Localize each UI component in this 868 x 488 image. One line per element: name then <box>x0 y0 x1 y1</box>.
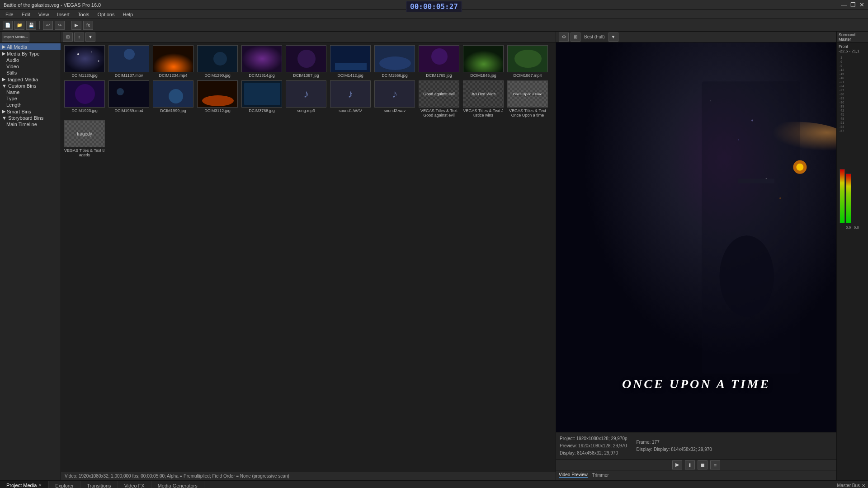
timeline-area: Project Media ✕ Explorer Transitions Vid… <box>0 480 868 488</box>
svg-point-22 <box>75 84 95 104</box>
tree-item-audio[interactable]: Audio <box>0 57 61 63</box>
media-item[interactable]: DCIM1923.jpg <box>63 80 106 118</box>
media-item[interactable]: DCIM1867.mp4 <box>506 44 549 79</box>
trimmer-tab[interactable]: Trimmer <box>592 473 609 478</box>
menu-tools[interactable]: Tools <box>74 11 93 18</box>
media-item[interactable]: DCIM1412.jpg <box>329 44 372 79</box>
svg-rect-18 <box>463 45 503 72</box>
media-item[interactable]: Good against evil VEGAS Titles & Text Go… <box>417 80 461 118</box>
toolbar-sep-1 <box>39 21 40 29</box>
tree-item-storyboard-bins[interactable]: ▼ Storyboard Bins <box>0 115 61 121</box>
green2-thumb-svg <box>508 45 547 72</box>
minimize-button[interactable]: — <box>841 1 847 8</box>
tree-item-tagged-media[interactable]: ▶ Tagged Media <box>0 76 61 83</box>
new-project-button[interactable]: 📄 <box>3 21 13 30</box>
sort-button[interactable]: ↕ <box>74 33 84 42</box>
media-item[interactable]: DCIM3112.jpg <box>196 80 239 118</box>
svg-rect-38 <box>702 81 800 374</box>
media-item[interactable]: DCIM1566.jpg <box>373 44 416 79</box>
media-item[interactable]: tragedy VEGAS Titles & Text tragedy <box>63 119 106 158</box>
tree-item-smart-bins[interactable]: ▶ Smart Bins <box>0 108 61 115</box>
tree-item-video[interactable]: Video <box>0 63 61 70</box>
video-preview-tab[interactable]: Video Preview <box>559 472 588 478</box>
tab-transitions[interactable]: Transitions <box>80 481 118 488</box>
media-tree: ▶ All Media ▶ Media By Type Audio Video … <box>0 42 61 480</box>
media-item[interactable]: DCIM1845.jpg <box>462 44 505 79</box>
save-button[interactable]: 💾 <box>26 21 36 30</box>
tab-project-media[interactable]: Project Media ✕ <box>0 481 49 488</box>
menu-file[interactable]: File <box>2 11 17 18</box>
media-item[interactable]: DCIM1120.jpg <box>63 44 106 79</box>
media-item[interactable]: ♪ sound2.wav <box>373 80 416 118</box>
undo-button[interactable]: ↩ <box>43 21 53 30</box>
media-item[interactable]: JusTIce WIns VEGAS Titles & Text Justice… <box>462 80 505 118</box>
preview-toolbar: ⚙ ⊞ Best (Full) ▼ <box>556 32 836 42</box>
tree-item-custom-bins[interactable]: ▼ Custom Bins <box>0 83 61 89</box>
tree-item-stills[interactable]: Stills <box>0 70 61 76</box>
menu-edit[interactable]: Edit <box>18 11 34 18</box>
menu-options[interactable]: Options <box>94 11 118 18</box>
media-item[interactable]: ♪ song.mp3 <box>284 80 328 118</box>
preview-settings-button[interactable]: ⚙ <box>559 33 569 42</box>
media-item[interactable]: DCIM1387.jpg <box>284 44 328 79</box>
close-button[interactable]: ✕ <box>859 1 864 8</box>
svg-rect-0 <box>65 45 104 72</box>
render-button[interactable]: ▶ <box>71 21 81 30</box>
tree-item-all-media[interactable]: ▶ All Media <box>0 43 61 50</box>
view-toggle-button[interactable]: ⊞ <box>63 33 73 42</box>
menu-help[interactable]: Help <box>119 11 137 18</box>
window-title: Battle of the galaxies.veg - VEGAS Pro 1… <box>4 2 101 8</box>
media-item[interactable]: DCIM1314.jpg <box>240 44 283 79</box>
media-item[interactable]: DCIM3768.jpg <box>240 80 283 118</box>
filter-button[interactable]: ▼ <box>85 33 95 42</box>
fx-button[interactable]: fx <box>83 21 93 30</box>
media-thumbnail <box>108 45 149 72</box>
redo-button[interactable]: ↪ <box>55 21 65 30</box>
tab-explorer[interactable]: Explorer <box>49 481 80 488</box>
preview-menu-button[interactable]: ≡ <box>710 460 720 469</box>
import-media-button[interactable]: Import Media... <box>2 33 29 42</box>
svg-point-11 <box>297 50 316 68</box>
tree-item-media-by-type[interactable]: ▶ Media By Type <box>0 50 61 57</box>
media-item[interactable]: ♪ sound1.WAV <box>329 80 372 118</box>
preview-project-info: Project: 1920x1080x128; 29,970p Preview:… <box>560 434 627 457</box>
tree-item-name[interactable]: Name <box>0 89 61 95</box>
menu-insert[interactable]: Insert <box>53 11 73 18</box>
maximize-button[interactable]: ❐ <box>850 1 856 8</box>
svg-point-20 <box>514 50 542 68</box>
media-item[interactable]: DCIM1290.jpg <box>196 44 239 79</box>
tree-item-length[interactable]: Length <box>0 102 61 108</box>
media-item[interactable]: DCIM1939.mp4 <box>107 80 151 118</box>
folder-icon: ▶ <box>2 51 5 56</box>
media-item-label: DCIM1137.mov <box>115 73 143 78</box>
tab-close-icon[interactable]: ✕ <box>38 483 42 488</box>
media-item-label: DCIM1290.jpg <box>204 73 231 78</box>
media-item-label: VEGAS Titles & Text tragedy <box>64 148 105 157</box>
preview-stop-button[interactable]: ⏹ <box>698 460 708 469</box>
tree-item-main-timeline[interactable]: Main Timeline <box>0 121 61 127</box>
media-item[interactable]: Once Upon a time VEGAS Titles & Text Onc… <box>506 80 549 118</box>
media-item[interactable]: DCIM1137.mov <box>107 44 151 79</box>
media-thumbnail <box>286 45 326 72</box>
master-bus-close[interactable]: ✕ <box>862 483 865 488</box>
preview-pause-button[interactable]: ⏸ <box>685 460 695 469</box>
media-item[interactable]: DCIM1999.jpg <box>151 80 195 118</box>
window-controls[interactable]: — ❐ ✕ <box>841 1 864 8</box>
preview-quality-dropdown[interactable]: ▼ <box>609 33 618 42</box>
purple-thumb-svg <box>242 45 282 72</box>
blue5-thumb-svg <box>242 80 282 108</box>
blue4-thumb-svg <box>153 80 193 108</box>
surround-header: Surround Master <box>837 32 868 42</box>
preview-play-button[interactable]: ▶ <box>672 460 682 469</box>
preview-snap-button[interactable]: ⊞ <box>571 33 580 42</box>
media-item[interactable]: DCIM1234.mp4 <box>151 44 195 79</box>
svg-rect-30 <box>244 83 280 105</box>
media-item[interactable]: DCIM1765.jpg <box>417 44 461 79</box>
tree-item-type[interactable]: Type <box>0 95 61 102</box>
tab-media-generators[interactable]: Media Generators <box>151 481 204 488</box>
open-button[interactable]: 📁 <box>14 21 24 30</box>
menu-view[interactable]: View <box>35 11 53 18</box>
tab-video-fx[interactable]: Video FX <box>118 481 151 488</box>
purple4-thumb-svg <box>65 80 104 108</box>
media-item-label: DCIM1939.mp4 <box>114 108 143 113</box>
